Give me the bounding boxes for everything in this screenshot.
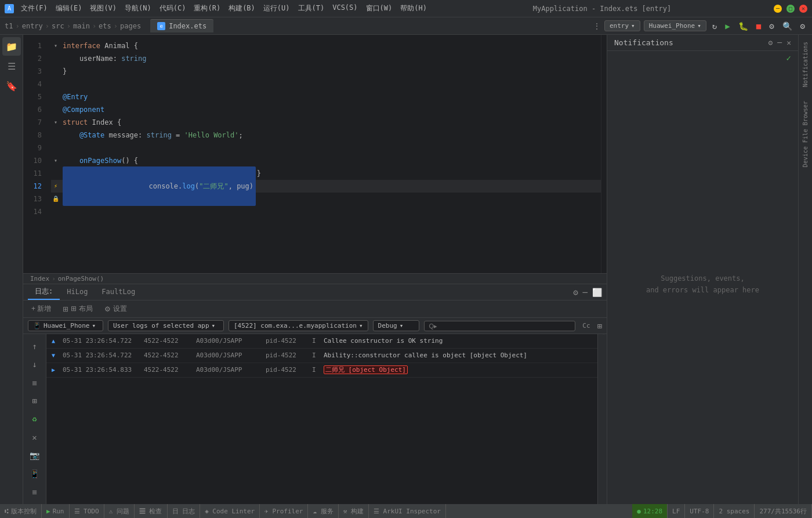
close-panel-btn[interactable]: ✕ bbox=[786, 38, 791, 47]
menu-code[interactable]: 代码(C) bbox=[156, 2, 190, 15]
log-timestamp: 05-31 23:26:54.722 bbox=[60, 350, 142, 361]
menu-run[interactable]: 运行(U) bbox=[260, 2, 293, 15]
bottom-left-tools: ↑ ↓ ≡ ⊞ ♻ ✕ 📷 📱 ≡ bbox=[23, 334, 46, 504]
more-icon[interactable]: ⋮ bbox=[593, 21, 601, 31]
code-editor[interactable]: 1 2 3 4 5 6 7 8 9 10 11 12 13 14 ▾ inter… bbox=[23, 35, 607, 273]
breadcrumb-main[interactable]: main bbox=[73, 22, 90, 30]
editor-breadcrumb: Index › onPageShow() bbox=[23, 273, 607, 284]
menu-edit[interactable]: 编辑(E) bbox=[52, 2, 86, 15]
more-tools-icon[interactable]: ≡ bbox=[27, 485, 43, 499]
filter-options-icon[interactable]: ⊞ bbox=[597, 321, 602, 331]
log-level: I bbox=[310, 335, 321, 347]
cc-button[interactable]: Cc bbox=[582, 322, 590, 329]
run-icon: ▶ bbox=[46, 508, 50, 515]
log-message: Callee constructor is OK string bbox=[321, 335, 597, 347]
minimize-panel-btn[interactable]: ─ bbox=[777, 38, 782, 47]
sidebar-project-icon[interactable]: 📁 bbox=[2, 37, 21, 56]
minimize-panel-icon[interactable]: ─ bbox=[583, 288, 588, 297]
settings-panel-icon[interactable]: ⚙ bbox=[768, 38, 773, 47]
debug-icon[interactable]: 🐛 bbox=[736, 20, 751, 32]
sidebar-structure-icon[interactable]: ☰ bbox=[2, 57, 21, 75]
wrap-icon[interactable]: ≡ bbox=[27, 375, 43, 390]
run-status[interactable]: ▶ Run bbox=[42, 504, 70, 518]
breadcrumb-src[interactable]: src bbox=[52, 22, 64, 30]
settings-icon[interactable]: ⚙ bbox=[573, 288, 578, 297]
tab-faultlog[interactable]: FaultLog bbox=[95, 285, 142, 299]
menu-file[interactable]: 文件(F) bbox=[17, 2, 51, 15]
bottom-right-sidebar: 设备 bbox=[597, 334, 607, 504]
breadcrumb-pages[interactable]: pages bbox=[120, 22, 141, 30]
log-type-dropdown[interactable]: User logs of selected app ▾ bbox=[108, 320, 224, 331]
tab-hilog[interactable]: HiLog bbox=[60, 285, 95, 299]
settings-button[interactable]: ⚙ 设置 bbox=[101, 303, 130, 315]
logs-status[interactable]: 日 日志 bbox=[168, 504, 201, 518]
menu-bar: 文件(F) 编辑(E) 视图(V) 导航(N) 代码(C) 重构(R) 构建(B… bbox=[17, 2, 430, 15]
indent-status[interactable]: 2 spaces bbox=[714, 504, 755, 518]
codelinter-status[interactable]: ◈ Code Linter bbox=[200, 504, 260, 518]
maximize-button[interactable]: □ bbox=[786, 5, 795, 13]
level-dropdown[interactable]: Debug ▾ bbox=[373, 320, 419, 331]
log-pid2: pid-4522 bbox=[263, 364, 310, 376]
stop-icon[interactable]: ■ bbox=[754, 20, 763, 32]
encoding-status[interactable]: UTF-8 bbox=[685, 504, 714, 518]
build-status[interactable]: ⚒ 构建 bbox=[339, 504, 369, 518]
arkui-inspector-status[interactable]: ☰ ArkUI Inspector bbox=[369, 504, 446, 518]
breadcrumb-ets[interactable]: ets bbox=[99, 22, 111, 30]
menu-window[interactable]: 窗口(W) bbox=[362, 2, 396, 15]
breadcrumb-method: onPageShow() bbox=[58, 275, 104, 282]
line-col-status[interactable]: 277/共15536行 bbox=[755, 504, 812, 518]
log-pid: 4522-4522 bbox=[142, 364, 194, 376]
screenshot-icon[interactable]: 📷 bbox=[27, 448, 43, 463]
run-icon[interactable]: ▶ bbox=[723, 20, 732, 32]
device-filter-dropdown[interactable]: 📱 Huawei_Phone ▾ bbox=[28, 320, 103, 331]
breadcrumb-t1[interactable]: t1 bbox=[5, 22, 13, 30]
editor-scrollbar[interactable] bbox=[601, 35, 607, 273]
code-line-12: ⚡ console.log("二师兄", pug) bbox=[51, 180, 601, 193]
services-status[interactable]: ☁ 服务 bbox=[308, 504, 338, 518]
sync-icon[interactable]: ↻ bbox=[710, 20, 719, 32]
menu-nav[interactable]: 导航(N) bbox=[121, 2, 155, 15]
log-tag: A03d00/JSAPP bbox=[194, 350, 263, 361]
breadcrumb-entry[interactable]: entry bbox=[22, 22, 43, 30]
log-search-input[interactable] bbox=[424, 321, 576, 331]
panel-controls: ⚙ ─ ✕ bbox=[768, 38, 791, 47]
version-control-status[interactable]: ⑆ 版本控制 bbox=[0, 504, 42, 518]
menu-help[interactable]: 帮助(H) bbox=[397, 2, 430, 15]
menu-tools[interactable]: 工具(T) bbox=[295, 2, 328, 15]
device-icon[interactable]: 📱 bbox=[27, 466, 43, 481]
minimize-button[interactable]: ─ bbox=[774, 5, 782, 13]
settings-icon[interactable]: ⚙ bbox=[767, 20, 776, 32]
entry-dropdown[interactable]: entry ▾ bbox=[604, 20, 640, 31]
inspect-status[interactable]: ☰ 检查 bbox=[135, 504, 168, 518]
branch-icon: ⑆ bbox=[5, 508, 9, 515]
gear-icon[interactable]: ⚙ bbox=[798, 20, 807, 32]
profiler-status[interactable]: ✈ Profiler bbox=[260, 504, 308, 518]
search-icon[interactable]: 🔍 bbox=[780, 20, 795, 32]
device-dropdown[interactable]: Huawei_Phone ▾ bbox=[644, 20, 706, 31]
device-file-browser-tab[interactable]: Device File Browser bbox=[801, 99, 810, 169]
scroll-up-icon[interactable]: ↑ bbox=[27, 339, 43, 353]
menu-view[interactable]: 视图(V) bbox=[86, 2, 120, 15]
log-tag: A03d00/JSAPP bbox=[194, 364, 263, 376]
notifications-tab[interactable]: Notifications bbox=[801, 39, 810, 89]
file-tab-index[interactable]: e Index.ets bbox=[150, 19, 213, 32]
layout-button[interactable]: ⊞ ⊞ 布局 bbox=[59, 303, 96, 315]
clear-icon[interactable]: ✕ bbox=[27, 430, 43, 444]
menu-refactor[interactable]: 重构(R) bbox=[190, 2, 224, 15]
close-button[interactable]: ✕ bbox=[799, 5, 807, 13]
menu-build[interactable]: 构建(B) bbox=[225, 2, 259, 15]
expand-panel-icon[interactable]: ⬜ bbox=[592, 288, 602, 297]
breadcrumb-index: Index bbox=[30, 275, 49, 282]
grid-view-icon[interactable]: ⊞ bbox=[27, 393, 43, 408]
menu-vcs[interactable]: VCS(S) bbox=[329, 2, 361, 15]
todo-status[interactable]: ☰ TODO bbox=[70, 504, 104, 518]
add-button[interactable]: + 新增 bbox=[28, 303, 55, 315]
tab-logs[interactable]: 日志: bbox=[28, 284, 60, 300]
log-tag: A03d00/JSAPP bbox=[194, 335, 263, 347]
sidebar-bookmark-icon[interactable]: 🔖 bbox=[2, 77, 21, 95]
app-dropdown[interactable]: [4522] com.exa...e.myapplication ▾ bbox=[229, 320, 368, 331]
problems-status[interactable]: ⚠ 问题 bbox=[104, 504, 135, 518]
line-ending-status[interactable]: LF bbox=[668, 504, 685, 518]
refresh-log-icon[interactable]: ♻ bbox=[27, 412, 43, 426]
scroll-down-icon[interactable]: ↓ bbox=[27, 357, 43, 371]
